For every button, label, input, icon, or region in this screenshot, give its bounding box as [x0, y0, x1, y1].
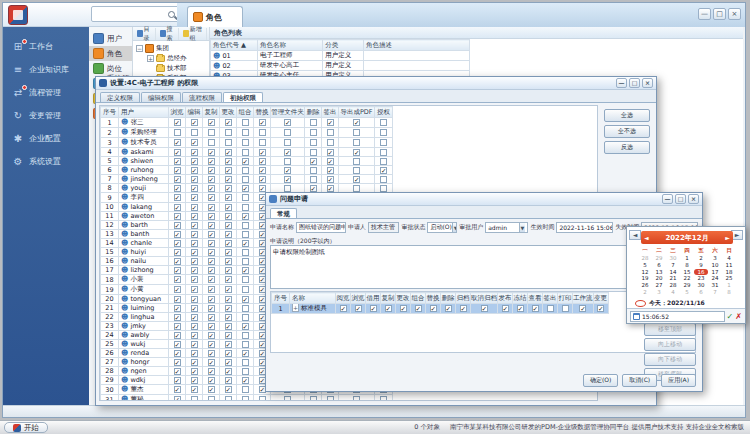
permission-checkbox[interactable]: ✓: [208, 323, 215, 330]
permission-checkbox[interactable]: ✓: [327, 158, 334, 165]
permission-checkbox[interactable]: ✓: [242, 213, 249, 220]
permission-checkbox[interactable]: ✓: [174, 350, 181, 357]
permission-checkbox[interactable]: [353, 139, 360, 146]
permission-checkbox[interactable]: ✓: [415, 305, 422, 312]
calendar-day[interactable]: 4: [666, 289, 680, 296]
permission-checkbox[interactable]: ✓: [225, 359, 232, 366]
permission-checkbox[interactable]: ✓: [191, 213, 198, 220]
applicant-field[interactable]: 技术主管: [368, 222, 399, 233]
permission-checkbox[interactable]: [242, 139, 249, 146]
permission-checkbox[interactable]: ✓: [579, 305, 586, 312]
permission-checkbox[interactable]: [310, 129, 317, 136]
permission-checkbox[interactable]: ✓: [191, 341, 198, 348]
permission-checkbox[interactable]: ✓: [191, 249, 198, 256]
permission-checkbox[interactable]: ✓: [208, 368, 215, 375]
perm-column-header[interactable]: 浏览: [169, 107, 186, 118]
sidebar-item[interactable]: ⚙系统设置: [3, 150, 89, 173]
close-icon[interactable]: ×: [642, 78, 653, 88]
permission-checkbox[interactable]: ✓: [191, 314, 198, 321]
sidebar-item[interactable]: ⊞工作台: [3, 35, 89, 58]
permission-checkbox[interactable]: ✓: [460, 305, 467, 312]
permission-checkbox[interactable]: ✓: [208, 240, 215, 247]
permission-checkbox[interactable]: ✓: [284, 176, 291, 183]
calendar-day[interactable]: 17: [708, 269, 722, 276]
permission-checkbox[interactable]: ✓: [174, 213, 181, 220]
table-row[interactable]: 1☻ 张三✓✓✓✓✓✓✓✓: [101, 118, 393, 128]
permission-checkbox[interactable]: ✓: [259, 149, 266, 156]
permission-checkbox[interactable]: ✓: [242, 323, 249, 330]
permission-checkbox[interactable]: ✓: [191, 350, 198, 357]
calendar-day[interactable]: 23: [694, 275, 708, 282]
calendar-day[interactable]: 15: [680, 269, 694, 276]
permission-checkbox[interactable]: ✓: [191, 276, 198, 283]
minimize-icon[interactable]: —: [698, 8, 711, 20]
perm-column-header[interactable]: 导出成PDF: [339, 107, 375, 118]
object-column-header[interactable]: 组合: [411, 293, 426, 304]
permission-checkbox[interactable]: ✓: [208, 341, 215, 348]
table-row[interactable]: 7☻ jinsheng✓✓✓✓✓✓✓✓: [101, 175, 393, 184]
permission-checkbox[interactable]: ✓: [208, 377, 215, 384]
permission-checkbox[interactable]: ✓: [225, 149, 232, 156]
permission-checkbox[interactable]: [242, 249, 249, 256]
permission-checkbox[interactable]: ✓: [174, 267, 181, 274]
permission-checkbox[interactable]: [380, 396, 387, 401]
object-column-header[interactable]: 替换: [426, 293, 441, 304]
role-column-header[interactable]: 角色描述: [363, 40, 469, 51]
permissions-dialog-titlebar[interactable]: 设置:4C-电子工程师 的权限 —□×: [96, 77, 656, 90]
perm-column-header[interactable]: 删除: [305, 107, 322, 118]
permission-checkbox[interactable]: ✓: [242, 350, 249, 357]
permission-checkbox[interactable]: ✓: [174, 194, 181, 201]
permission-checkbox[interactable]: ✓: [191, 185, 198, 192]
permission-checkbox[interactable]: ✓: [174, 341, 181, 348]
calendar-day[interactable]: 20: [652, 275, 666, 282]
permission-checkbox[interactable]: ✓: [259, 176, 266, 183]
permission-checkbox[interactable]: ✓: [517, 305, 524, 312]
permission-checkbox[interactable]: ✓: [174, 359, 181, 366]
minimize-icon[interactable]: —: [616, 78, 627, 88]
perm-column-header[interactable]: 序号: [101, 107, 119, 118]
object-column-header[interactable]: 借用: [366, 293, 381, 304]
time-input[interactable]: 15:06:52: [630, 311, 725, 322]
permission-checkbox[interactable]: ✓: [208, 158, 215, 165]
calendar-day[interactable]: 7: [666, 262, 680, 269]
permission-checkbox[interactable]: ✓: [242, 296, 249, 303]
tree-toolbar-button[interactable]: 新增组: [181, 28, 207, 40]
next-month-icon[interactable]: ►: [725, 234, 730, 241]
permission-checkbox[interactable]: [208, 129, 215, 136]
permission-checkbox[interactable]: ✓: [225, 350, 232, 357]
permission-checkbox[interactable]: [380, 185, 387, 192]
tree-node[interactable]: +总经办: [133, 53, 209, 63]
nav-item[interactable]: 用户: [89, 31, 132, 46]
permission-checkbox[interactable]: ✓: [208, 258, 215, 265]
permission-checkbox[interactable]: ✓: [208, 149, 215, 156]
permission-checkbox[interactable]: [208, 139, 215, 146]
table-row[interactable]: ☻ 01电子工程师用户定义: [211, 51, 470, 61]
calendar-day[interactable]: 5: [680, 289, 694, 296]
calendar-day[interactable]: 8: [722, 289, 736, 296]
object-column-header[interactable]: 归档: [456, 293, 471, 304]
permission-checkbox[interactable]: ✓: [208, 249, 215, 256]
permission-checkbox[interactable]: ✓: [225, 176, 232, 183]
permission-checkbox[interactable]: ✓: [174, 222, 181, 229]
calendar-day[interactable]: 25: [722, 275, 736, 282]
tree-node-root[interactable]: −集团: [133, 43, 209, 53]
cancel-icon[interactable]: ✗: [735, 312, 742, 321]
calendar-day[interactable]: 2: [638, 289, 652, 296]
permission-checkbox[interactable]: ✓: [208, 204, 215, 211]
start-button[interactable]: 开始: [4, 422, 48, 433]
table-row-selected[interactable]: 1+ 标准模具✓✓✓✓✓✓✓✓✓✓✓✓✓✓✓: [272, 304, 609, 314]
permission-checkbox[interactable]: ✓: [191, 286, 198, 293]
permission-checkbox[interactable]: ✓: [191, 296, 198, 303]
nav-item[interactable]: 角色: [89, 46, 132, 61]
permission-checkbox[interactable]: ✓: [284, 149, 291, 156]
permission-checkbox[interactable]: [284, 129, 291, 136]
confirm-icon[interactable]: ✓: [727, 312, 734, 321]
permission-checkbox[interactable]: ✓: [208, 176, 215, 183]
ok-button[interactable]: 确定(O): [583, 374, 618, 387]
permission-checkbox[interactable]: [242, 314, 249, 321]
permission-checkbox[interactable]: ✓: [259, 185, 266, 192]
table-row[interactable]: 4☻ askami✓✓✓✓✓✓✓✓: [101, 148, 393, 157]
permission-checkbox[interactable]: [208, 396, 215, 401]
calendar-day[interactable]: 6: [694, 289, 708, 296]
permission-checkbox[interactable]: ✓: [174, 204, 181, 211]
